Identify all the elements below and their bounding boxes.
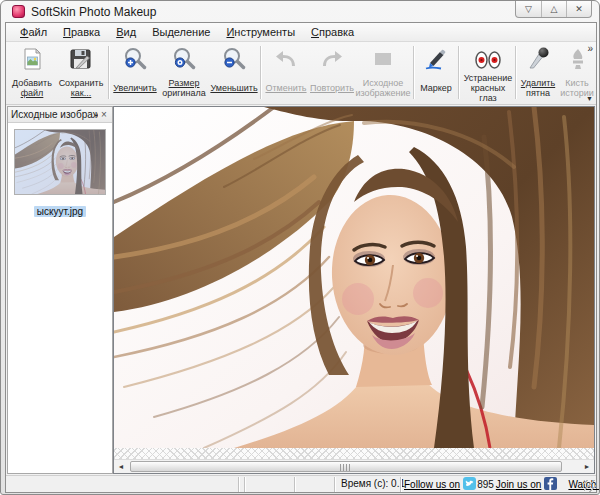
save-as-icon xyxy=(68,43,94,72)
redo-icon xyxy=(319,43,345,72)
marker-button[interactable]: Маркер xyxy=(416,43,456,103)
window-controls: ▽ △ ✕ xyxy=(515,1,592,18)
toolbar-separator xyxy=(458,46,460,99)
statusbar-separator xyxy=(294,477,296,492)
follow-us-link[interactable]: Follow us on xyxy=(404,479,460,490)
zoom-in-button[interactable]: Увеличить xyxy=(112,43,158,103)
add-file-icon xyxy=(19,43,45,72)
follower-count: 895 xyxy=(477,479,494,490)
resize-grip[interactable] xyxy=(584,480,596,492)
save-as-button[interactable]: Сохранитькак... xyxy=(57,43,105,103)
toolbar-separator xyxy=(413,46,415,99)
file-name[interactable]: ыскуут.jpg xyxy=(34,206,86,217)
undo-icon xyxy=(273,43,299,72)
redo-button[interactable]: Повторить xyxy=(309,43,355,103)
zoom-in-icon xyxy=(122,43,148,72)
window-title: SoftSkin Photo Makeup xyxy=(31,5,156,19)
toolbar: Добавитьфайл Сохранитькак... Увеличить xyxy=(6,42,596,105)
remove-spots-icon xyxy=(525,43,551,72)
source-images-panel: Исходные изображен... × ыскуут.jpg xyxy=(7,106,113,474)
panel-close-icon[interactable]: × xyxy=(98,109,110,121)
app-window: SoftSkin Photo Makeup ▽ △ ✕ Файл Правка … xyxy=(0,0,600,495)
toolbar-separator xyxy=(515,46,517,99)
scroll-right-arrow[interactable]: ► xyxy=(580,460,594,473)
facebook-icon[interactable] xyxy=(544,477,557,492)
panel-title: Исходные изображен... xyxy=(11,109,98,120)
scroll-left-arrow[interactable]: ◄ xyxy=(114,460,128,473)
statusbar-separator xyxy=(238,477,240,492)
social-links: Follow us on 895 Join us on Watch us on xyxy=(402,477,596,492)
toolbar-separator xyxy=(260,46,262,99)
red-eye-removal-button[interactable]: Устранениекрасныхглаз xyxy=(461,43,515,103)
close-button[interactable]: ✕ xyxy=(566,1,591,17)
original-image-button[interactable]: Исходноеизображение xyxy=(356,43,410,103)
menu-file[interactable]: Файл xyxy=(12,24,55,40)
horizontal-scrollbar[interactable]: ◄ ► xyxy=(114,459,594,473)
toolbar-expand-arrow-icon[interactable]: ▼ xyxy=(586,95,593,102)
editing-canvas: ◄ ► xyxy=(113,106,595,474)
scrollbar-thumb[interactable] xyxy=(130,461,562,472)
history-brush-icon xyxy=(564,43,590,72)
menu-tools[interactable]: Инструменты xyxy=(218,24,303,40)
minimize-button[interactable]: ▽ xyxy=(516,1,541,17)
image-thumbnail[interactable] xyxy=(14,129,106,195)
photo-image[interactable] xyxy=(114,107,594,448)
menu-view[interactable]: Вид xyxy=(108,24,144,40)
client-area: Файл Правка Вид Выделение Инструменты Сп… xyxy=(5,22,597,493)
menu-edit[interactable]: Правка xyxy=(55,24,108,40)
panel-header: Исходные изображен... × xyxy=(8,107,112,123)
join-us-link[interactable]: Join us on xyxy=(496,479,542,490)
maximize-button[interactable]: △ xyxy=(541,1,566,17)
transparency-checker xyxy=(114,448,594,459)
toolbar-overflow-chevron-icon[interactable]: » xyxy=(587,43,593,54)
original-image-icon xyxy=(370,43,396,72)
processing-time: Время (с): 0.1 xyxy=(336,478,398,489)
twitter-icon[interactable] xyxy=(463,477,476,492)
statusbar-separator xyxy=(244,477,246,492)
zoom-out-icon xyxy=(221,43,247,72)
original-size-button[interactable]: Размероригинала xyxy=(159,43,209,103)
add-file-button[interactable]: Добавитьфайл xyxy=(9,43,55,103)
scrollbar-grip xyxy=(340,464,352,471)
status-bar: Время (с): 0.1 Follow us on 895 Join us … xyxy=(6,475,596,492)
zoom-out-button[interactable]: Уменьшить xyxy=(211,43,257,103)
thumbnail-selection-tint xyxy=(15,130,105,194)
menu-selection[interactable]: Выделение xyxy=(144,24,218,40)
red-eye-icon xyxy=(473,43,503,72)
title-bar: SoftSkin Photo Makeup ▽ △ ✕ xyxy=(3,1,597,22)
marker-icon xyxy=(423,43,449,72)
file-name-row: ыскуут.jpg xyxy=(8,201,112,219)
app-icon xyxy=(12,5,25,18)
menu-help[interactable]: Справка xyxy=(303,24,362,40)
original-size-icon xyxy=(171,43,197,72)
remove-spots-button[interactable]: Удалитьпятна xyxy=(518,43,558,103)
undo-button[interactable]: Отменить xyxy=(264,43,308,103)
toolbar-separator xyxy=(108,46,110,99)
menu-bar: Файл Правка Вид Выделение Инструменты Сп… xyxy=(6,23,596,42)
